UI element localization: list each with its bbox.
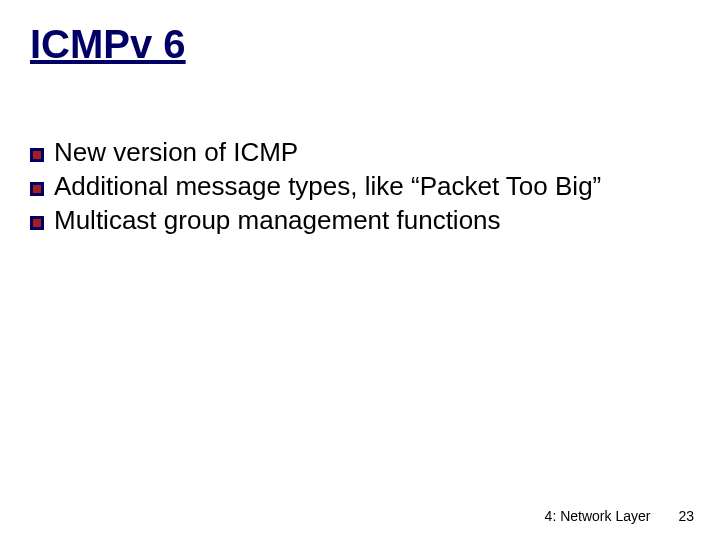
bullet-icon (30, 182, 44, 196)
bullet-text: Multicast group management functions (54, 206, 501, 236)
bullet-icon (30, 148, 44, 162)
bullet-item: New version of ICMP (30, 138, 690, 168)
footer-page-number: 23 (678, 508, 694, 524)
bullet-item: Additional message types, like “Packet T… (30, 172, 690, 202)
footer-section: 4: Network Layer (545, 508, 651, 524)
bullet-icon (30, 216, 44, 230)
slide-title: ICMPv 6 (30, 22, 186, 67)
bullet-text: New version of ICMP (54, 138, 298, 168)
bullet-text: Additional message types, like “Packet T… (54, 172, 601, 202)
bullet-list: New version of ICMP Additional message t… (30, 138, 690, 240)
slide-footer: 4: Network Layer 23 (545, 508, 694, 524)
slide: ICMPv 6 New version of ICMP Additional m… (0, 0, 720, 540)
bullet-item: Multicast group management functions (30, 206, 690, 236)
